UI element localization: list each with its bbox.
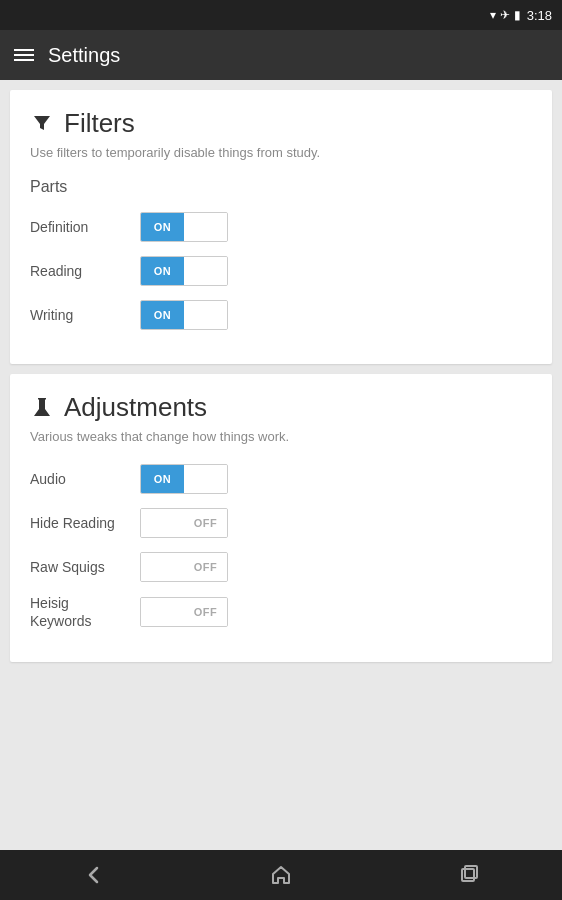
page-title: Settings	[48, 44, 120, 67]
writing-label: Writing	[30, 307, 140, 323]
adjustments-header: Adjustments	[30, 392, 532, 423]
raw-squigs-toggle[interactable]: OFF	[140, 552, 228, 582]
filter-icon	[30, 112, 54, 136]
audio-on-state: ON	[141, 465, 184, 493]
definition-toggle[interactable]: ON	[140, 212, 228, 242]
recent-apps-icon	[457, 864, 479, 886]
heisig-keywords-toggle[interactable]: OFF	[140, 597, 228, 627]
adjustments-subtitle: Various tweaks that change how things wo…	[30, 429, 532, 444]
filters-title: Filters	[64, 108, 135, 139]
lab-icon	[30, 396, 54, 420]
definition-on-state: ON	[141, 213, 184, 241]
status-time: 3:18	[527, 8, 552, 23]
reading-off-half	[184, 257, 227, 285]
back-arrow-icon	[83, 864, 105, 886]
adjustments-title: Adjustments	[64, 392, 207, 423]
writing-toggle[interactable]: ON	[140, 300, 228, 330]
heisig-keywords-on-half	[141, 598, 184, 626]
heisig-keywords-off-state: OFF	[184, 598, 227, 626]
definition-off-half	[184, 213, 227, 241]
svg-rect-1	[462, 869, 474, 881]
adjustments-card: Adjustments Various tweaks that change h…	[10, 374, 552, 662]
reading-toggle[interactable]: ON	[140, 256, 228, 286]
back-button[interactable]	[64, 855, 124, 895]
bottom-nav	[0, 850, 562, 900]
hide-reading-off-state: OFF	[184, 509, 227, 537]
writing-row: Writing ON	[30, 298, 532, 332]
filters-subtitle: Use filters to temporarily disable thing…	[30, 145, 532, 160]
recent-apps-button[interactable]	[438, 855, 498, 895]
svg-rect-0	[38, 398, 46, 400]
svg-rect-2	[465, 866, 477, 878]
reading-on-state: ON	[141, 257, 184, 285]
raw-squigs-off-state: OFF	[184, 553, 227, 581]
audio-off-half	[184, 465, 227, 493]
heisig-keywords-label: HeisigKeywords	[30, 594, 140, 630]
reading-row: Reading ON	[30, 254, 532, 288]
definition-row: Definition ON	[30, 210, 532, 244]
heisig-keywords-row: HeisigKeywords OFF	[30, 594, 532, 630]
audio-label: Audio	[30, 471, 140, 487]
reading-label: Reading	[30, 263, 140, 279]
filters-card: Filters Use filters to temporarily disab…	[10, 90, 552, 364]
definition-label: Definition	[30, 219, 140, 235]
raw-squigs-label: Raw Squigs	[30, 559, 140, 575]
wifi-icon: ▾	[490, 8, 496, 22]
raw-squigs-row: Raw Squigs OFF	[30, 550, 532, 584]
battery-icon: ▮	[514, 8, 521, 22]
writing-on-state: ON	[141, 301, 184, 329]
hide-reading-toggle[interactable]: OFF	[140, 508, 228, 538]
main-content: Filters Use filters to temporarily disab…	[0, 80, 562, 850]
home-button[interactable]	[251, 855, 311, 895]
audio-toggle[interactable]: ON	[140, 464, 228, 494]
hide-reading-label: Hide Reading	[30, 515, 140, 531]
hamburger-menu[interactable]	[14, 49, 34, 61]
audio-row: Audio ON	[30, 462, 532, 496]
hide-reading-on-half	[141, 509, 184, 537]
writing-off-half	[184, 301, 227, 329]
home-icon	[270, 864, 292, 886]
parts-heading: Parts	[30, 178, 532, 196]
status-icons: ▾ ✈ ▮	[490, 8, 521, 22]
top-bar: Settings	[0, 30, 562, 80]
signal-icon: ✈	[500, 8, 510, 22]
raw-squigs-on-half	[141, 553, 184, 581]
hide-reading-row: Hide Reading OFF	[30, 506, 532, 540]
status-bar: ▾ ✈ ▮ 3:18	[0, 0, 562, 30]
filters-header: Filters	[30, 108, 532, 139]
